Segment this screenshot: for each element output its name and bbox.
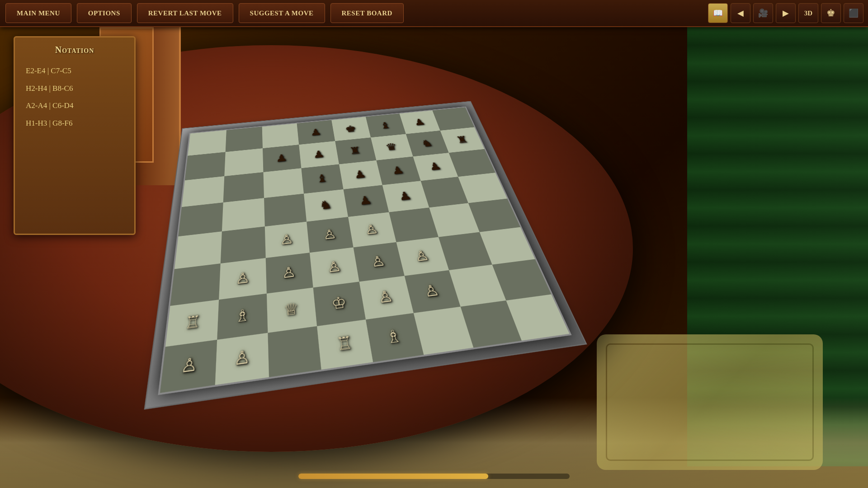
board-cell-3-0[interactable]: [178, 202, 223, 236]
board-cell-5-3[interactable]: ♙: [310, 248, 359, 287]
board-cell-0-4[interactable]: ♚: [331, 117, 371, 141]
progress-bar-fill: [298, 474, 488, 479]
camera-icon: 🎥: [758, 8, 768, 18]
checkerboard-icon-button[interactable]: ⬛: [844, 3, 863, 23]
notation-move-1: E2-E4 | C7-C5: [22, 62, 127, 80]
board-cell-5-2[interactable]: ♙: [265, 253, 313, 293]
chess-piece-white-5-4[interactable]: ♙: [370, 253, 387, 269]
chess-piece-white-5-2[interactable]: ♙: [281, 264, 297, 280]
notation-moves-list: E2-E4 | C7-C5H2-H4 | B8-C6A2-A4 | C6-D4H…: [22, 62, 127, 132]
board-cell-5-0[interactable]: [170, 263, 220, 305]
board-cell-7-1[interactable]: ♙: [215, 333, 269, 385]
board-cell-1-1[interactable]: [224, 148, 263, 176]
chess-piece-black-3-4[interactable]: ♟: [358, 194, 373, 207]
board-cell-6-3[interactable]: ♔: [313, 282, 366, 326]
board-cell-3-4[interactable]: ♟: [343, 185, 389, 217]
revert-last-move-button[interactable]: Revert Last Move: [137, 3, 233, 23]
notation-panel: Notation E2-E4 | C7-C5H2-H4 | B8-C6A2-A4…: [14, 36, 136, 235]
board-cell-4-4[interactable]: ♙: [348, 212, 396, 248]
board-cell-2-0[interactable]: [182, 176, 224, 207]
chess-piece-black-2-4[interactable]: ♟: [353, 169, 367, 180]
board-cell-7-3[interactable]: ♖: [317, 319, 373, 370]
chess-piece-black-0-6[interactable]: ♟: [413, 117, 426, 127]
board-cell-5-4[interactable]: ♙: [354, 242, 405, 282]
chess-piece-white-6-5[interactable]: ♙: [422, 282, 441, 299]
chess-piece-black-2-6[interactable]: ♟: [428, 161, 443, 172]
board-cell-1-3[interactable]: ♟: [299, 141, 339, 168]
board-cell-0-5[interactable]: ♝: [366, 113, 406, 137]
board-cell-6-2[interactable]: ♕: [266, 287, 317, 333]
chess-piece-white-5-3[interactable]: ♙: [326, 259, 342, 275]
board-cell-2-3[interactable]: ♝: [302, 164, 344, 193]
chess-piece-black-1-6[interactable]: ♞: [420, 138, 434, 148]
suggest-move-button[interactable]: Suggest a Move: [239, 3, 325, 23]
reset-board-button[interactable]: Reset Board: [330, 3, 404, 23]
board-cell-7-0[interactable]: ♙: [160, 340, 217, 393]
board-cell-6-0[interactable]: ♖: [165, 300, 219, 347]
board-cell-1-4[interactable]: ♜: [335, 137, 376, 164]
chess-piece-white-4-4[interactable]: ♙: [364, 222, 380, 236]
chess-piece-black-0-3[interactable]: ♟: [310, 127, 322, 137]
toggle-3d-button[interactable]: 3D: [798, 3, 818, 23]
chess-piece-black-3-5[interactable]: ♟: [397, 190, 413, 202]
board-cell-2-1[interactable]: [223, 172, 264, 202]
board-cell-1-5[interactable]: ♛: [371, 134, 413, 160]
board-cell-3-3[interactable]: ♞: [304, 189, 348, 222]
board-cell-4-1[interactable]: [220, 226, 265, 263]
chess-piece-white-5-5[interactable]: ♙: [413, 249, 430, 263]
book-icon-button[interactable]: 📖: [708, 3, 728, 23]
board-cell-1-2[interactable]: ♟: [263, 145, 302, 172]
chess-piece-black-1-7[interactable]: ♜: [455, 135, 470, 145]
board-cell-0-0[interactable]: [188, 130, 226, 156]
chess-piece-white-6-4[interactable]: ♙: [377, 288, 395, 305]
chess-piece-white-6-3[interactable]: ♔: [330, 295, 348, 312]
chess-piece-white-4-2[interactable]: ♙: [279, 232, 294, 247]
board-cell-2-2[interactable]: [263, 168, 304, 198]
chess-piece-black-0-5[interactable]: ♝: [379, 121, 392, 130]
chess-piece-black-1-5[interactable]: ♛: [384, 142, 398, 152]
navbar: Main Menu Options Revert Last Move Sugge…: [0, 0, 868, 27]
king-piece-icon-button[interactable]: ♚: [821, 3, 841, 23]
board-cell-1-0[interactable]: [185, 152, 226, 180]
board-cell-5-1[interactable]: ♙: [219, 258, 266, 299]
chess-piece-black-2-3[interactable]: ♝: [315, 173, 329, 184]
navbar-left: Main Menu Options Revert Last Move Sugge…: [0, 3, 406, 23]
board-cell-2-4[interactable]: ♟: [339, 160, 382, 189]
chess-piece-white-4-3[interactable]: ♙: [322, 227, 337, 241]
board-cell-7-2[interactable]: [268, 326, 321, 377]
chess-piece-white-6-0[interactable]: ♖: [184, 313, 202, 332]
chess-piece-white-7-4[interactable]: ♗: [385, 327, 404, 347]
chess-piece-black-1-4[interactable]: ♜: [349, 145, 362, 156]
navbar-right: 📖 ◀ 🎥 ▶ 3D ♚ ⬛: [707, 3, 868, 23]
chess-piece-white-6-2[interactable]: ♕: [283, 300, 299, 318]
chess-piece-black-2-5[interactable]: ♟: [391, 165, 405, 176]
prev-button[interactable]: ◀: [731, 3, 750, 23]
board-cell-0-1[interactable]: [225, 127, 262, 152]
board-cell-0-2[interactable]: [262, 123, 299, 148]
chess-piece-black-1-2[interactable]: ♟: [275, 153, 288, 164]
checkerboard-icon: ⬛: [849, 8, 859, 18]
main-menu-button[interactable]: Main Menu: [5, 3, 71, 23]
board-cell-4-0[interactable]: [175, 231, 222, 269]
board-cell-6-4[interactable]: ♙: [359, 276, 414, 319]
chess-piece-white-5-1[interactable]: ♙: [236, 270, 250, 286]
notation-move-4: H1-H3 | G8-F6: [22, 115, 127, 132]
chess-piece-black-0-4[interactable]: ♚: [344, 124, 357, 133]
board-cell-3-2[interactable]: [264, 193, 307, 226]
chess-piece-black-1-3[interactable]: ♟: [312, 149, 326, 160]
chess-piece-white-6-1[interactable]: ♗: [235, 307, 250, 325]
board-cell-4-3[interactable]: ♙: [307, 217, 353, 253]
next-button[interactable]: ▶: [776, 3, 796, 23]
board-cell-3-1[interactable]: [222, 198, 265, 231]
chess-piece-white-7-1[interactable]: ♙: [234, 348, 250, 368]
options-button[interactable]: Options: [77, 3, 132, 23]
chess-piece-white-7-3[interactable]: ♖: [335, 334, 354, 353]
board-cell-0-3[interactable]: ♟: [297, 120, 335, 145]
board-cell-4-2[interactable]: ♙: [264, 222, 310, 258]
camera-icon-button[interactable]: 🎥: [753, 3, 773, 23]
chess-piece-white-7-0[interactable]: ♙: [180, 355, 199, 376]
king-icon: ♚: [826, 7, 835, 19]
board-cell-6-1[interactable]: ♗: [217, 293, 268, 339]
chess-piece-black-3-3[interactable]: ♞: [318, 199, 333, 211]
board-cell-0-7[interactable]: [433, 107, 475, 131]
